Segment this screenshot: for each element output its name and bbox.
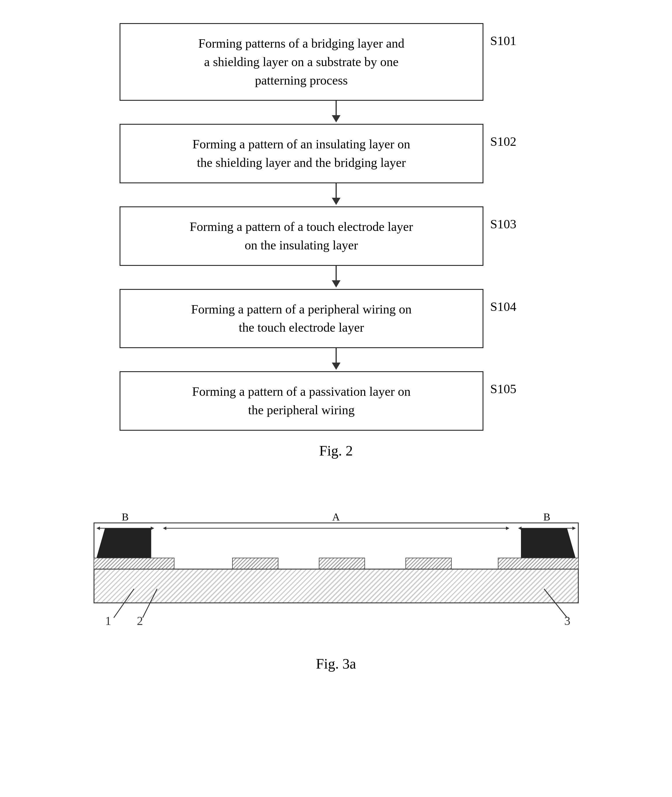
flow-step-s103: Forming a pattern of a touch electrode l… xyxy=(120,206,553,266)
arrow-4 xyxy=(120,348,553,371)
fig2-caption: Fig. 2 xyxy=(319,442,353,459)
fig3a-caption: Fig. 3a xyxy=(316,655,356,672)
flowchart: Forming patterns of a bridging layer and… xyxy=(120,23,553,488)
arrow-2 xyxy=(120,183,553,206)
flow-label-s105: S105 xyxy=(490,371,516,396)
flow-label-s103: S103 xyxy=(490,206,516,232)
flow-box-s102: Forming a pattern of an insulating layer… xyxy=(120,124,483,183)
electrode-3 xyxy=(405,558,452,569)
flow-step-s101: Forming patterns of a bridging layer and… xyxy=(120,23,553,101)
electrode-substrate-left xyxy=(94,558,174,569)
region-b-left-label: B xyxy=(122,511,128,523)
svg-text:2: 2 xyxy=(137,614,143,626)
svg-text:3: 3 xyxy=(564,614,570,626)
svg-marker-5 xyxy=(332,280,341,287)
flow-step-s105: Forming a pattern of a passivation layer… xyxy=(120,371,553,431)
flow-box-s105: Forming a pattern of a passivation layer… xyxy=(120,371,483,431)
flow-text-s102: Forming a pattern of an insulating layer… xyxy=(193,135,410,172)
flow-label-s101: S101 xyxy=(490,23,516,48)
svg-marker-1 xyxy=(332,115,341,122)
fig3a-diagram: B A xyxy=(62,505,611,672)
electrode-2 xyxy=(319,558,365,569)
flow-label-s104: S104 xyxy=(490,289,516,314)
svg-marker-7 xyxy=(332,363,341,370)
flow-text-s101: Forming patterns of a bridging layer and… xyxy=(198,34,405,89)
flow-text-s104: Forming a pattern of a peripheral wiring… xyxy=(191,300,412,337)
flow-box-s103: Forming a pattern of a touch electrode l… xyxy=(120,206,483,266)
electrode-1 xyxy=(232,558,278,569)
flow-step-s104: Forming a pattern of a peripheral wiring… xyxy=(120,289,553,348)
flow-step-s102: Forming a pattern of an insulating layer… xyxy=(120,124,553,183)
svg-marker-3 xyxy=(332,198,341,205)
fig3a-drawing-area: B A xyxy=(76,505,596,626)
arrow-3 xyxy=(120,266,553,289)
flow-box-s101: Forming patterns of a bridging layer and… xyxy=(120,23,483,101)
flow-box-s104: Forming a pattern of a peripheral wiring… xyxy=(120,289,483,348)
region-a-label: A xyxy=(333,511,340,523)
arrow-1 xyxy=(120,101,553,124)
flow-text-s105: Forming a pattern of a passivation layer… xyxy=(192,382,410,419)
electrode-substrate-right xyxy=(498,558,579,569)
flow-text-s103: Forming a pattern of a touch electrode l… xyxy=(190,218,413,255)
region-b-right-label: B xyxy=(543,511,550,523)
flow-label-s102: S102 xyxy=(490,124,516,149)
svg-text:1: 1 xyxy=(105,614,111,626)
